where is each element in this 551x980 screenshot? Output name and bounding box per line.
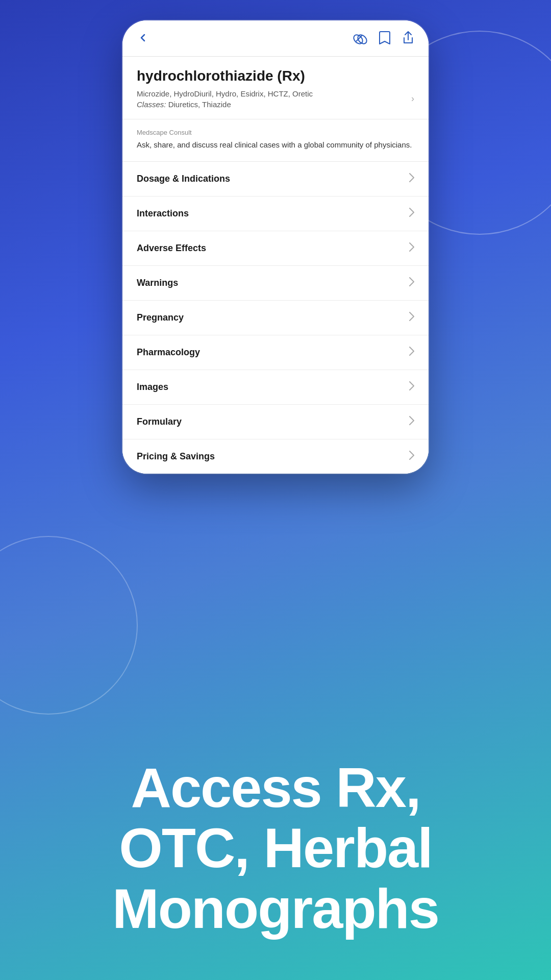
menu-chevron-dosage <box>409 173 414 185</box>
menu-item-formulary[interactable]: Formulary <box>122 405 429 439</box>
drug-subtitles: Microzide, HydroDiuril, Hydro, Esidrix, … <box>137 89 313 98</box>
menu-chevron-pregnancy <box>409 312 414 324</box>
classes-label: Classes: <box>137 100 166 109</box>
menu-item-pharmacology[interactable]: Pharmacology <box>122 335 429 370</box>
share-icon[interactable] <box>402 31 414 48</box>
classes-value: Diuretics, Thiazide <box>168 100 231 109</box>
menu-item-label-warnings: Warnings <box>137 278 178 288</box>
app-screen: hydrochlorothiazide (Rx) Microzide, Hydr… <box>122 20 429 474</box>
menu-item-label-interactions: Interactions <box>137 208 189 219</box>
menu-item-label-adverse: Adverse Effects <box>137 243 206 254</box>
drug-header-chevron: › <box>411 92 414 105</box>
pill-icon[interactable] <box>353 32 367 46</box>
menu-item-warnings[interactable]: Warnings <box>122 266 429 301</box>
bottom-line-2: OTC, Herbal <box>31 818 520 878</box>
back-button[interactable] <box>137 32 149 47</box>
drug-title: hydrochlorothiazide (Rx) <box>137 68 414 84</box>
menu-item-label-pregnancy: Pregnancy <box>137 312 184 323</box>
menu-item-pricing[interactable]: Pricing & Savings <box>122 439 429 474</box>
menu-item-adverse[interactable]: Adverse Effects <box>122 231 429 266</box>
menu-chevron-interactions <box>409 208 414 219</box>
menu-chevron-warnings <box>409 277 414 289</box>
phone-mockup: hydrochlorothiazide (Rx) Microzide, Hydr… <box>122 20 429 474</box>
bottom-line-1: Access Rx, <box>31 757 520 818</box>
bottom-section: Access Rx, OTC, Herbal Monographs <box>0 727 551 980</box>
menu-item-label-formulary: Formulary <box>137 416 182 427</box>
menu-chevron-pharmacology <box>409 347 414 358</box>
menu-chevron-pricing <box>409 451 414 462</box>
menu-chevron-formulary <box>409 416 414 428</box>
menu-item-pregnancy[interactable]: Pregnancy <box>122 301 429 335</box>
menu-item-label-images: Images <box>137 382 168 393</box>
bottom-line-3: Monographs <box>31 878 520 939</box>
menu-list: Dosage & IndicationsInteractionsAdverse … <box>122 162 429 474</box>
consult-section: Medscape Consult Ask, share, and discuss… <box>122 119 429 162</box>
consult-label: Medscape Consult <box>137 129 414 136</box>
menu-chevron-adverse <box>409 242 414 254</box>
bookmark-icon[interactable] <box>379 31 391 48</box>
drug-subtitle: Microzide, HydroDiuril, Hydro, Esidrix, … <box>137 88 414 110</box>
menu-item-label-dosage: Dosage & Indications <box>137 174 230 184</box>
bg-decoration-2 <box>0 536 138 715</box>
drug-classes: Classes: Diuretics, Thiazide <box>137 100 231 109</box>
menu-item-images[interactable]: Images <box>122 370 429 405</box>
consult-text: Ask, share, and discuss real clinical ca… <box>137 139 414 151</box>
menu-item-interactions[interactable]: Interactions <box>122 197 429 231</box>
top-icons <box>353 31 414 48</box>
menu-chevron-images <box>409 381 414 393</box>
menu-item-label-pharmacology: Pharmacology <box>137 347 200 358</box>
drug-header: hydrochlorothiazide (Rx) Microzide, Hydr… <box>122 57 429 119</box>
bottom-text: Access Rx, OTC, Herbal Monographs <box>31 757 520 939</box>
menu-item-dosage[interactable]: Dosage & Indications <box>122 162 429 197</box>
top-bar <box>122 20 429 57</box>
phone-frame: hydrochlorothiazide (Rx) Microzide, Hydr… <box>122 20 429 474</box>
menu-item-label-pricing: Pricing & Savings <box>137 451 215 462</box>
drug-subtitle-text: Microzide, HydroDiuril, Hydro, Esidrix, … <box>137 88 411 110</box>
